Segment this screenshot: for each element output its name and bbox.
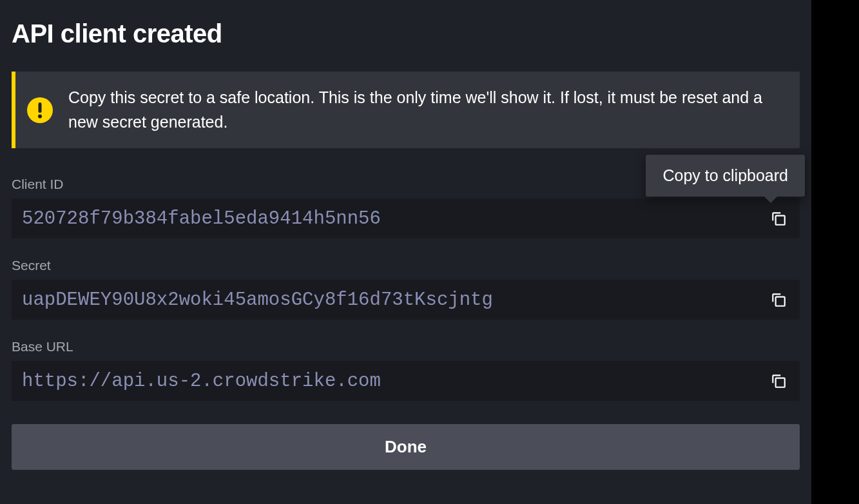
copy-icon: [770, 373, 787, 389]
svg-rect-4: [776, 378, 785, 387]
secret-value: uapDEWEY90U8x2woki45amosGCy8f16d73tKscjn…: [22, 289, 493, 311]
base-url-field: Base URL https://api.us-2.crowdstrike.co…: [12, 339, 800, 401]
modal-title: API client created: [12, 19, 800, 48]
done-button[interactable]: Done: [12, 424, 800, 470]
client-id-value: 520728f79b384fabel5eda9414h5nn56: [22, 208, 381, 229]
base-url-row: https://api.us-2.crowdstrike.com: [12, 361, 800, 401]
svg-rect-2: [776, 216, 785, 225]
client-id-row: 520728f79b384fabel5eda9414h5nn56: [12, 199, 800, 238]
svg-rect-0: [39, 102, 42, 113]
base-url-value: https://api.us-2.crowdstrike.com: [22, 371, 381, 392]
warning-icon: [27, 97, 53, 123]
copy-icon: [770, 291, 787, 308]
copy-tooltip: Copy to clipboard: [646, 155, 805, 197]
svg-rect-3: [776, 297, 785, 306]
copy-base-url-button[interactable]: [767, 370, 789, 392]
secret-row: uapDEWEY90U8x2woki45amosGCy8f16d73tKscjn…: [12, 280, 800, 320]
base-url-label: Base URL: [12, 339, 800, 354]
copy-secret-button[interactable]: [767, 289, 789, 311]
secret-label: Secret: [12, 258, 800, 273]
api-client-modal: API client created Copy this secret to a…: [0, 0, 811, 504]
copy-icon: [770, 210, 787, 227]
warning-message: Copy this secret to a safe location. Thi…: [68, 86, 782, 134]
svg-point-1: [38, 114, 42, 118]
copy-client-id-button[interactable]: [767, 208, 789, 229]
secret-field: Secret uapDEWEY90U8x2woki45amosGCy8f16d7…: [12, 258, 800, 320]
warning-alert: Copy this secret to a safe location. Thi…: [12, 72, 800, 148]
